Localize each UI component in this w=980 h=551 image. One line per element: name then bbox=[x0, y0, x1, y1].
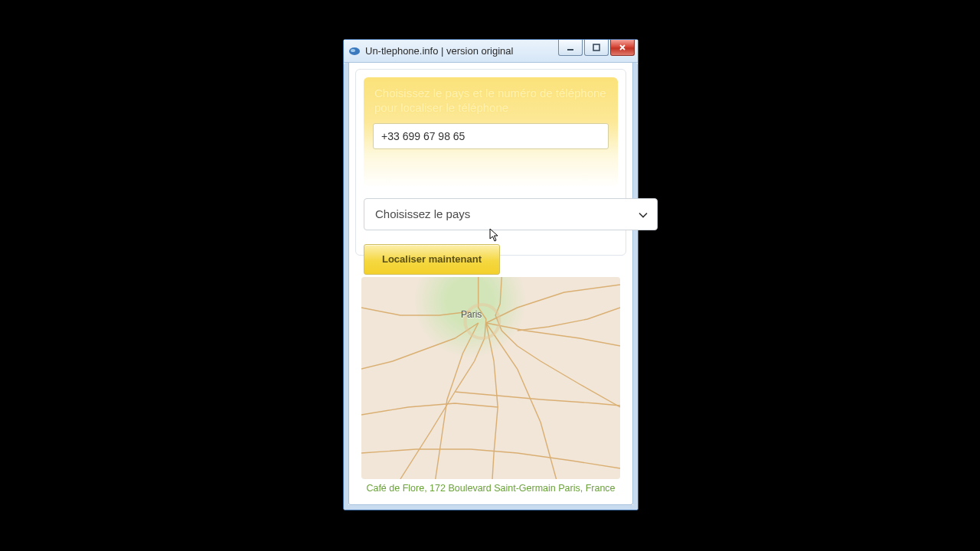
result-address: Café de Flore, 172 Boulevard Saint-Germa… bbox=[354, 483, 628, 494]
map-city-label: Paris bbox=[461, 309, 482, 320]
minimize-button[interactable] bbox=[558, 40, 583, 56]
window-controls bbox=[557, 40, 635, 55]
chevron-down-icon bbox=[639, 207, 648, 220]
svg-rect-3 bbox=[593, 44, 599, 51]
window-title: Un-tlephone.info | version original bbox=[365, 45, 513, 57]
country-select[interactable]: Choisissez le pays bbox=[364, 198, 658, 230]
input-card: Choisissez le pays et le numéro de télép… bbox=[364, 77, 618, 187]
form-panel: Choisissez le pays et le numéro de télép… bbox=[355, 69, 626, 256]
title-bar[interactable]: Un-tlephone.info | version original bbox=[344, 40, 638, 63]
locate-button[interactable]: Localiser maintenant bbox=[364, 244, 500, 275]
svg-rect-2 bbox=[567, 49, 573, 51]
maximize-button[interactable] bbox=[584, 40, 609, 56]
country-select-placeholder: Choisissez le pays bbox=[375, 207, 470, 220]
instruction-text: Choisissez le pays et le numéro de télép… bbox=[374, 86, 609, 116]
app-icon bbox=[348, 46, 361, 57]
phone-input[interactable] bbox=[373, 123, 609, 149]
client-area: Choisissez le pays et le numéro de télép… bbox=[348, 63, 633, 505]
map-view[interactable]: Paris bbox=[361, 277, 620, 479]
app-window: Un-tlephone.info | version original Choi… bbox=[343, 39, 639, 510]
svg-point-1 bbox=[351, 49, 355, 52]
close-button[interactable] bbox=[610, 40, 635, 56]
